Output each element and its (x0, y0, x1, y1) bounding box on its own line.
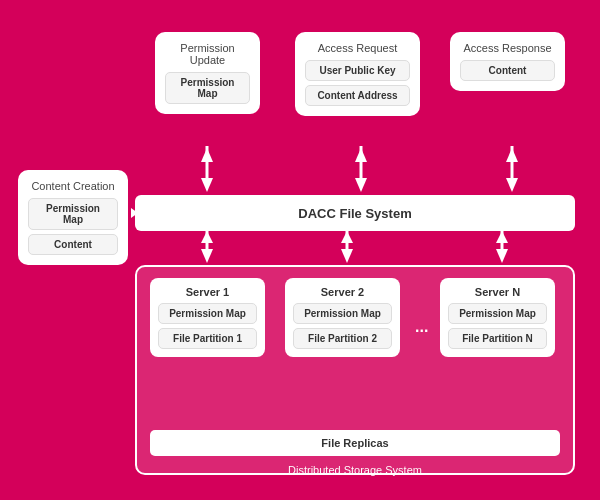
server-n-card: Server N Permission Map File Partition N (440, 278, 555, 357)
svg-marker-20 (140, 208, 147, 218)
permission-update-box: Permission Map (165, 72, 250, 104)
content-creation-title: Content Creation (28, 180, 118, 192)
file-replicas-bar: File Replicas (150, 430, 560, 456)
dacc-to-server2-arrow (337, 231, 357, 265)
dacc-label: DACC File System (298, 206, 411, 221)
access-response-card: Access Response Content (450, 32, 565, 91)
access-response-title: Access Response (460, 42, 555, 54)
access-response-arrow (502, 145, 522, 195)
permission-update-arrow (197, 145, 217, 195)
content-address-box: Content Address (305, 85, 410, 106)
dacc-bar: DACC File System (135, 195, 575, 231)
server-2-title: Server 2 (293, 286, 392, 298)
svg-marker-2 (201, 148, 213, 162)
server-2-card: Server 2 Permission Map File Partition 2 (285, 278, 400, 357)
permission-update-title: PermissionUpdate (165, 42, 250, 66)
svg-marker-13 (341, 249, 353, 263)
content-creation-dacc-arrow (130, 205, 148, 221)
permission-update-card: PermissionUpdate Permission Map (155, 32, 260, 114)
server-1-permission-map: Permission Map (158, 303, 257, 324)
svg-marker-4 (355, 178, 367, 192)
dacc-to-servern-arrow (492, 231, 512, 265)
server-2-permission-map: Permission Map (293, 303, 392, 324)
server-1-title: Server 1 (158, 286, 257, 298)
server-1-partition: File Partition 1 (158, 328, 257, 349)
content-creation-card: Content Creation Permission Map Content (18, 170, 128, 265)
svg-marker-1 (201, 178, 213, 192)
svg-marker-11 (201, 231, 213, 243)
svg-marker-5 (355, 148, 367, 162)
server-n-title: Server N (448, 286, 547, 298)
svg-marker-7 (506, 178, 518, 192)
server-n-permission-map: Permission Map (448, 303, 547, 324)
dss-label: Distributed Storage System (135, 464, 575, 476)
server-2-partition: File Partition 2 (293, 328, 392, 349)
access-request-title: Access Request (305, 42, 410, 54)
access-request-card: Access Request User Public Key Content A… (295, 32, 420, 116)
content-creation-content: Content (28, 234, 118, 255)
user-public-key-box: User Public Key (305, 60, 410, 81)
svg-marker-17 (496, 231, 508, 243)
svg-marker-16 (496, 249, 508, 263)
svg-marker-10 (201, 249, 213, 263)
dacc-to-server1-arrow (197, 231, 217, 265)
server-n-partition: File Partition N (448, 328, 547, 349)
svg-marker-8 (506, 148, 518, 162)
svg-marker-19 (131, 208, 138, 218)
svg-marker-14 (341, 231, 353, 243)
content-creation-permission-map: Permission Map (28, 198, 118, 230)
server-1-card: Server 1 Permission Map File Partition 1 (150, 278, 265, 357)
access-request-arrow (351, 145, 371, 195)
ellipsis: ... (415, 318, 428, 336)
file-replicas-label: File Replicas (321, 437, 388, 449)
access-response-content-box: Content (460, 60, 555, 81)
